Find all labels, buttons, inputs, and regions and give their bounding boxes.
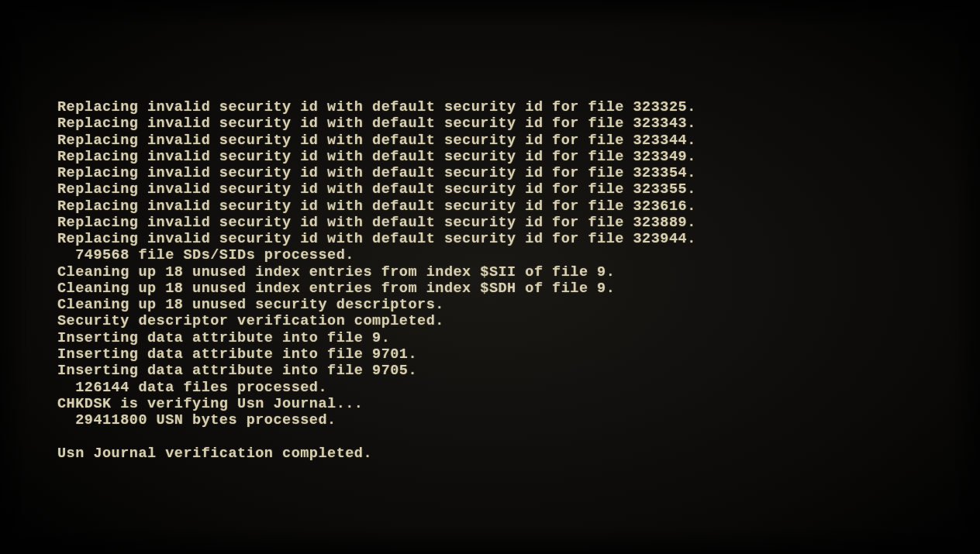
console-output: Replacing invalid security id with defau…: [57, 99, 980, 462]
console-line: Replacing invalid security id with defau…: [57, 165, 980, 181]
console-line: Inserting data attribute into file 9705.: [57, 363, 980, 379]
console-line: 126144 data files processed.: [57, 380, 980, 396]
console-line: Cleaning up 18 unused index entries from…: [57, 280, 980, 297]
console-line: Inserting data attribute into file 9.: [57, 330, 980, 346]
console-line: Replacing invalid security id with defau…: [57, 115, 980, 132]
console-line: Inserting data attribute into file 9701.: [57, 346, 980, 363]
console-line: Replacing invalid security id with defau…: [57, 181, 980, 198]
console-blank-line: [57, 428, 980, 445]
console-line: Replacing invalid security id with defau…: [57, 215, 980, 231]
console-line: Replacing invalid security id with defau…: [57, 99, 980, 115]
console-line: Cleaning up 18 unused security descripto…: [57, 297, 980, 313]
console-line: 749568 file SDs/SIDs processed.: [57, 247, 980, 263]
console-line: Replacing invalid security id with defau…: [57, 132, 980, 149]
console-line: CHKDSK is verifying Usn Journal...: [57, 396, 980, 412]
console-line: Replacing invalid security id with defau…: [57, 198, 980, 215]
console-line: Replacing invalid security id with defau…: [57, 231, 980, 247]
console-line: Cleaning up 18 unused index entries from…: [57, 264, 980, 280]
console-line: Security descriptor verification complet…: [57, 313, 980, 329]
console-line: Usn Journal verification completed.: [57, 446, 980, 462]
console-line: 29411800 USN bytes processed.: [57, 412, 980, 428]
console-line: Replacing invalid security id with defau…: [57, 149, 980, 165]
